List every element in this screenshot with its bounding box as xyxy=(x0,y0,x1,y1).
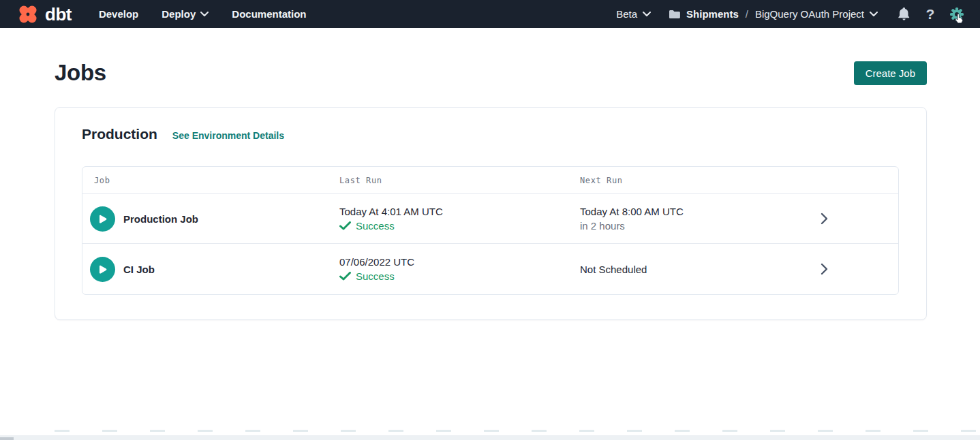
next-run-time: Not Scheduled xyxy=(580,264,750,275)
nav-item-documentation[interactable]: Documentation xyxy=(232,8,306,20)
help-icon[interactable]: ? xyxy=(922,6,938,22)
bottom-scrollbar-track[interactable] xyxy=(0,435,980,440)
nav-item-label: Documentation xyxy=(232,8,306,20)
column-header-job: Job xyxy=(82,176,339,185)
job-name: Production Job xyxy=(123,213,198,225)
table-row-production-job[interactable]: Production Job Today At 4:01 AM UTC Succ… xyxy=(82,194,898,244)
environment-name: Production xyxy=(82,126,157,142)
dbt-logo-icon xyxy=(16,3,40,26)
chevron-right-icon[interactable] xyxy=(821,213,828,225)
next-run-time: Today At 8:00 AM UTC xyxy=(580,206,750,217)
jobs-table: Job Last Run Next Run Production Job Tod… xyxy=(82,166,899,295)
bottom-corner-mark xyxy=(0,437,14,440)
primary-nav: Develop Deploy Documentation xyxy=(99,8,307,20)
project-name-label: BigQuery OAuth Project xyxy=(755,8,864,20)
see-environment-details-link[interactable]: See Environment Details xyxy=(172,130,284,141)
table-row-ci-job[interactable]: CI Job 07/06/2022 UTC Success Not Schedu… xyxy=(82,244,898,294)
check-icon xyxy=(339,272,351,281)
last-run-time: 07/06/2022 UTC xyxy=(339,256,580,268)
table-header-row: Job Last Run Next Run xyxy=(82,167,898,194)
dbt-logo[interactable]: dbt xyxy=(16,3,72,26)
pointer-cursor xyxy=(955,14,964,27)
play-icon xyxy=(98,264,107,274)
dbt-logo-text: dbt xyxy=(45,5,72,23)
nav-item-label: Develop xyxy=(99,8,138,20)
nav-item-develop[interactable]: Develop xyxy=(99,8,138,20)
settings-gear-icon[interactable] xyxy=(949,6,965,22)
check-icon xyxy=(339,221,351,230)
create-job-button[interactable]: Create Job xyxy=(854,61,927,85)
job-name: CI Job xyxy=(123,264,155,275)
play-icon xyxy=(98,214,107,224)
beta-label: Beta xyxy=(616,8,637,20)
column-header-last-run: Last Run xyxy=(339,176,580,185)
page-title: Jobs xyxy=(55,60,106,86)
account-name: Shipments xyxy=(686,8,739,20)
next-run-note: in 2 hours xyxy=(580,220,750,232)
breadcrumb-separator: / xyxy=(745,8,749,20)
nav-item-deploy[interactable]: Deploy xyxy=(162,8,209,20)
top-navbar: dbt Develop Deploy Documentation Beta Sh… xyxy=(0,0,980,28)
environment-card: Production See Environment Details Job L… xyxy=(55,107,927,320)
nav-item-label: Deploy xyxy=(162,8,196,20)
last-run-time: Today At 4:01 AM UTC xyxy=(339,206,580,217)
status-label: Success xyxy=(356,220,395,232)
run-job-play-button[interactable] xyxy=(90,206,115,232)
chevron-down-icon xyxy=(643,12,651,16)
chevron-down-icon xyxy=(870,12,878,16)
project-name: BigQuery OAuth Project xyxy=(755,8,878,20)
chevron-down-icon xyxy=(200,12,209,16)
folder-icon xyxy=(669,10,680,19)
column-header-next-run: Next Run xyxy=(580,176,750,185)
chevron-right-icon[interactable] xyxy=(821,263,828,275)
notifications-bell-icon[interactable] xyxy=(895,6,912,22)
project-selector[interactable]: Shipments / BigQuery OAuth Project xyxy=(669,8,878,20)
beta-dropdown[interactable]: Beta xyxy=(616,8,651,20)
status-label: Success xyxy=(356,270,395,282)
bottom-dashed-divider xyxy=(55,430,980,432)
last-run-status: Success xyxy=(339,220,580,232)
last-run-status: Success xyxy=(339,270,580,282)
run-job-play-button[interactable] xyxy=(90,257,115,282)
